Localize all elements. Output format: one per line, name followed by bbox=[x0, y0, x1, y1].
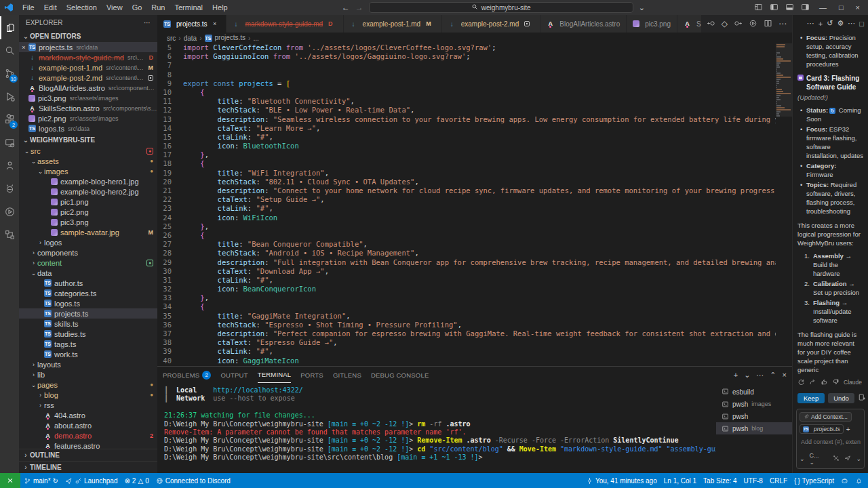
code-line[interactable]: 11 title: "Bluetooth Connectivity", bbox=[157, 97, 776, 106]
code-line[interactable]: 14 ctaText: "Learn More →", bbox=[157, 124, 776, 133]
code-line[interactable]: 23 ctaLink: "#", bbox=[157, 204, 776, 213]
menu-terminal[interactable]: Terminal bbox=[170, 3, 208, 12]
activity-live-share[interactable] bbox=[0, 155, 19, 178]
terminal-output[interactable]: ┃ Local http://localhost:4322/┃ Network … bbox=[157, 383, 716, 473]
breadcrumb-item[interactable]: data bbox=[184, 35, 197, 42]
notifications-status[interactable] bbox=[852, 477, 868, 485]
menu-go[interactable]: Go bbox=[127, 3, 147, 12]
code-line[interactable]: 15 ctaLink: "#", bbox=[157, 133, 776, 142]
code-line[interactable]: 39 ctaLink: "#", bbox=[157, 347, 776, 356]
send-options-icon[interactable]: ⌄ bbox=[856, 455, 861, 462]
menu-run[interactable]: Run bbox=[146, 3, 170, 12]
code-line[interactable]: 38 ctaText: "Espresso Guide →", bbox=[157, 338, 776, 347]
open-editor-item[interactable]: ↓example-post-1.mdsrc\content\bl...M bbox=[19, 62, 157, 73]
tools-icon[interactable] bbox=[833, 455, 840, 463]
code-line[interactable]: 22 ctaText: "Setup Guide →", bbox=[157, 195, 776, 204]
tree-file-pic1.png[interactable]: pic1.png bbox=[19, 197, 157, 207]
code-line[interactable]: 35 title: "GaggiMate Integration", bbox=[157, 312, 776, 321]
new-chat-icon[interactable]: + bbox=[818, 20, 823, 28]
tab-projects.ts[interactable]: TSprojects.ts× bbox=[157, 15, 226, 33]
tree-file-demo.astro[interactable]: Ademo.astro2 bbox=[19, 430, 157, 441]
copilot-status[interactable] bbox=[837, 477, 852, 485]
more-actions-2-icon[interactable]: ⋯ bbox=[848, 19, 855, 28]
open-changes-icon[interactable]: ◇ bbox=[722, 19, 728, 28]
activity-explorer[interactable] bbox=[0, 16, 19, 39]
chat-input-placeholder[interactable]: Add context (#), exten bbox=[801, 439, 861, 445]
layout-control-icon[interactable]: ⌄ bbox=[639, 3, 645, 12]
toggle-sidebar-icon[interactable] bbox=[770, 3, 778, 13]
send-icon[interactable] bbox=[844, 455, 851, 463]
open-editor-item[interactable]: pic3.pngsrc\assets\images bbox=[19, 93, 157, 103]
breadcrumb-item[interactable]: TSprojects.ts bbox=[205, 34, 246, 42]
minimize-button[interactable]: — bbox=[816, 3, 829, 12]
more-actions-icon[interactable]: ⋯ bbox=[756, 371, 764, 380]
code-line[interactable]: 12 techStack: "BLE • Low Power • Real-ti… bbox=[157, 106, 776, 115]
add-context-button[interactable]: Add Context... bbox=[800, 412, 852, 422]
tree-file-about.astro[interactable]: Aabout.astro bbox=[19, 420, 157, 430]
code-line[interactable]: 9export const projects = [ bbox=[157, 79, 776, 88]
menu-selection[interactable]: Selection bbox=[62, 3, 102, 12]
branch-status[interactable]: main* ↻ bbox=[20, 477, 62, 485]
cursor-position[interactable]: Ln 1, Col 1 bbox=[660, 477, 700, 485]
nav-back-icon[interactable]: ← bbox=[342, 3, 350, 12]
redo-icon[interactable] bbox=[809, 378, 816, 387]
panel-layout-icon[interactable]: □ bbox=[859, 20, 864, 28]
panel-tab-output[interactable]: OUTPUT bbox=[220, 367, 248, 383]
code-line[interactable]: 27 title: "Bean Conqueror Compatible", bbox=[157, 240, 776, 249]
context-chip[interactable]: TS projects.ts bbox=[800, 424, 844, 434]
tree-file-logos.ts[interactable]: TSlogos.ts bbox=[19, 298, 157, 308]
tree-file-pic2.png[interactable]: pic2.png bbox=[19, 207, 157, 217]
chat-input-box[interactable]: Add Context... TS projects.ts + Add cont… bbox=[796, 409, 865, 469]
open-editor-item[interactable]: TSlogos.tssrc\data bbox=[19, 123, 157, 134]
maximize-panel-icon[interactable]: ⌃ bbox=[770, 371, 776, 380]
code-line[interactable]: 25 }, bbox=[157, 222, 776, 231]
activity-run-and-debug[interactable] bbox=[0, 85, 19, 108]
activity-live-preview[interactable] bbox=[0, 201, 19, 224]
tree-file-skills.ts[interactable]: TSskills.ts bbox=[19, 319, 157, 329]
code-line[interactable]: 40 icon: GaggiMateIcon bbox=[157, 357, 776, 365]
code-line[interactable]: 13 description: "Seamless wireless conne… bbox=[157, 115, 776, 124]
code-line[interactable]: 10 { bbox=[157, 88, 776, 97]
tab-example-post-1.md[interactable]: ↓example-post-1.mdM bbox=[344, 15, 442, 33]
run-circle-icon[interactable] bbox=[749, 19, 757, 29]
code-line[interactable]: 32 icon: BeanConquerorIcon bbox=[157, 285, 776, 293]
open-editor-item[interactable]: ↓markdown-style-guide.mdsrc\con...D bbox=[19, 52, 157, 62]
discord-status[interactable]: Connected to Discord bbox=[153, 477, 234, 485]
code-line[interactable]: 34 { bbox=[157, 302, 776, 311]
activity-source-control[interactable]: 10 bbox=[0, 62, 19, 85]
outline-header[interactable]: › OUTLINE bbox=[19, 449, 157, 461]
terminal-instance-esbuild[interactable]: esbuild bbox=[716, 386, 792, 398]
command-center-search[interactable]: weighmybru-site bbox=[369, 2, 633, 13]
prev-change-icon[interactable] bbox=[707, 19, 715, 29]
panel-tab-problems[interactable]: PROBLEMS2 bbox=[163, 367, 211, 383]
code-line[interactable]: 6import GaggiuinoIcon from '../assets/lo… bbox=[157, 52, 776, 61]
open-editor-item[interactable]: ×TSprojects.tssrc\data bbox=[19, 42, 157, 52]
open-editor-item[interactable]: ABlogAllArticles.astrosrc\components\sec… bbox=[19, 83, 157, 93]
settings-icon[interactable]: ⚙ bbox=[837, 19, 844, 28]
close-icon[interactable]: × bbox=[19, 44, 28, 51]
activity-project-manager[interactable] bbox=[0, 224, 19, 247]
eol[interactable]: CRLF bbox=[766, 477, 791, 485]
tab-size[interactable]: Tab Size: 4 bbox=[700, 477, 740, 485]
code-line[interactable]: 8 bbox=[157, 70, 776, 79]
more-actions-icon[interactable]: ⋯ bbox=[778, 19, 787, 28]
tree-file-projects.ts[interactable]: TSprojects.ts bbox=[19, 308, 157, 319]
tree-folder-pages[interactable]: ⌄pages● bbox=[19, 380, 157, 390]
activity-extensions[interactable]: 2 bbox=[0, 108, 19, 131]
new-terminal-icon[interactable]: + bbox=[734, 371, 738, 379]
menu-edit[interactable]: Edit bbox=[39, 3, 62, 12]
menu-file[interactable]: File bbox=[18, 3, 39, 12]
mode-selector[interactable]: C... ⌄ bbox=[810, 452, 824, 466]
open-editor-item[interactable]: ↓example-post-2.mdsrc\content\bl... bbox=[19, 73, 157, 83]
code-line[interactable]: 29 description: "Full integration with B… bbox=[157, 258, 776, 267]
view-file-icon[interactable] bbox=[858, 393, 866, 403]
tab-markdown-style-guide.md[interactable]: ↓markdown-style-guide.mdD bbox=[226, 15, 344, 33]
tree-file-example-blog-hero1.jpg[interactable]: example-blog-hero1.jpg bbox=[19, 176, 157, 186]
tree-file-example-blog-hero2.jpg[interactable]: example-blog-hero2.jpg bbox=[19, 186, 157, 197]
minimap[interactable] bbox=[776, 43, 792, 366]
tree-folder-content[interactable]: ›content● bbox=[19, 258, 157, 268]
code-line[interactable]: 17 }, bbox=[157, 150, 776, 159]
tree-folder-src[interactable]: ⌄src● bbox=[19, 146, 157, 156]
code-line[interactable]: 16 icon: BluetoothIcon bbox=[157, 142, 776, 150]
blame-status[interactable]: You, 41 minutes ago bbox=[583, 477, 660, 485]
